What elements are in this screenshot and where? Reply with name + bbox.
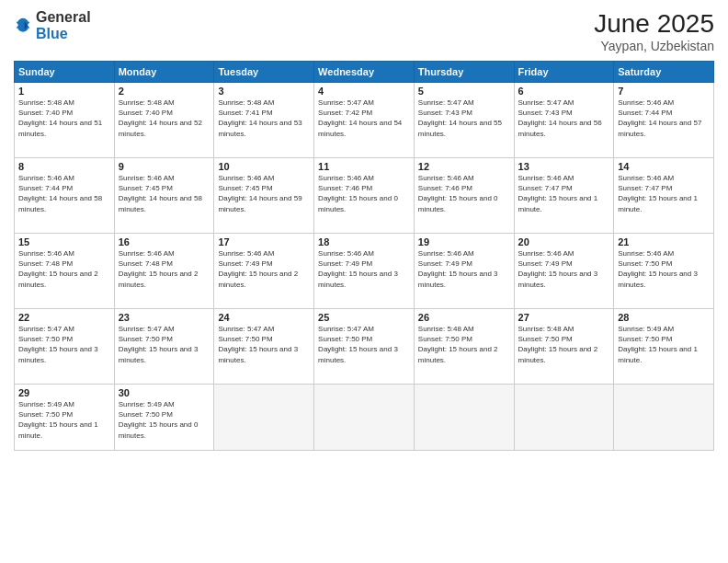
day-info: Sunrise: 5:46 AMSunset: 7:46 PMDaylight:… xyxy=(318,173,410,214)
day-number: 30 xyxy=(119,387,210,398)
cell-28: 28 Sunrise: 5:49 AMSunset: 7:50 PMDaylig… xyxy=(614,309,714,385)
logo-text: General Blue xyxy=(36,9,91,42)
day-number: 18 xyxy=(318,236,410,247)
cell-19: 19 Sunrise: 5:46 AMSunset: 7:49 PMDaylig… xyxy=(414,234,514,309)
day-number: 12 xyxy=(418,161,510,172)
logo-blue: Blue xyxy=(36,26,68,41)
cell-12: 12 Sunrise: 5:46 AMSunset: 7:46 PMDaylig… xyxy=(414,158,514,234)
day-info: Sunrise: 5:46 AMSunset: 7:49 PMDaylight:… xyxy=(318,248,410,290)
cell-3: 3 Sunrise: 5:48 AMSunset: 7:41 PMDayligh… xyxy=(214,83,314,158)
day-info: Sunrise: 5:47 AMSunset: 7:43 PMDaylight:… xyxy=(418,98,510,139)
month-title: June 2025 xyxy=(594,9,714,39)
day-info: Sunrise: 5:46 AMSunset: 7:48 PMDaylight:… xyxy=(18,248,110,290)
day-info: Sunrise: 5:47 AMSunset: 7:50 PMDaylight:… xyxy=(318,324,410,365)
cell-30: 30 Sunrise: 5:49 AMSunset: 7:50 PMDaylig… xyxy=(114,385,214,451)
cell-29: 29 Sunrise: 5:49 AMSunset: 7:50 PMDaylig… xyxy=(15,385,115,451)
day-number: 1 xyxy=(18,86,110,97)
day-info: Sunrise: 5:46 AMSunset: 7:44 PMDaylight:… xyxy=(618,98,710,139)
day-number: 11 xyxy=(318,161,410,172)
empty-cell xyxy=(614,385,714,451)
week-row-4: 22 Sunrise: 5:47 AMSunset: 7:50 PMDaylig… xyxy=(15,309,714,385)
location-subtitle: Yaypan, Uzbekistan xyxy=(594,39,714,53)
day-number: 7 xyxy=(618,86,710,97)
day-info: Sunrise: 5:46 AMSunset: 7:45 PMDaylight:… xyxy=(119,173,210,214)
calendar-header-row: Sunday Monday Tuesday Wednesday Thursday… xyxy=(15,62,714,83)
cell-5: 5 Sunrise: 5:47 AMSunset: 7:43 PMDayligh… xyxy=(414,83,514,158)
week-row-5: 29 Sunrise: 5:49 AMSunset: 7:50 PMDaylig… xyxy=(15,385,714,451)
empty-cell xyxy=(414,385,514,451)
day-number: 28 xyxy=(618,312,710,323)
cell-24: 24 Sunrise: 5:47 AMSunset: 7:50 PMDaylig… xyxy=(214,309,314,385)
empty-cell xyxy=(514,385,614,451)
cell-6: 6 Sunrise: 5:47 AMSunset: 7:43 PMDayligh… xyxy=(514,83,614,158)
col-friday: Friday xyxy=(514,62,614,83)
day-number: 20 xyxy=(518,236,610,247)
page: General Blue June 2025 Yaypan, Uzbekista… xyxy=(0,0,728,563)
cell-1: 1 Sunrise: 5:48 AMSunset: 7:40 PMDayligh… xyxy=(15,83,115,158)
day-info: Sunrise: 5:49 AMSunset: 7:50 PMDaylight:… xyxy=(18,399,110,441)
day-number: 3 xyxy=(218,86,310,97)
day-number: 21 xyxy=(618,236,710,247)
week-row-3: 15 Sunrise: 5:46 AMSunset: 7:48 PMDaylig… xyxy=(15,234,714,309)
logo-icon xyxy=(14,17,32,35)
day-info: Sunrise: 5:48 AMSunset: 7:41 PMDaylight:… xyxy=(218,98,310,139)
day-info: Sunrise: 5:47 AMSunset: 7:50 PMDaylight:… xyxy=(18,324,110,365)
day-info: Sunrise: 5:46 AMSunset: 7:49 PMDaylight:… xyxy=(518,248,610,290)
day-info: Sunrise: 5:46 AMSunset: 7:47 PMDaylight:… xyxy=(518,173,610,214)
cell-26: 26 Sunrise: 5:48 AMSunset: 7:50 PMDaylig… xyxy=(414,309,514,385)
day-number: 17 xyxy=(218,236,310,247)
day-info: Sunrise: 5:47 AMSunset: 7:43 PMDaylight:… xyxy=(518,98,610,139)
day-info: Sunrise: 5:48 AMSunset: 7:50 PMDaylight:… xyxy=(418,324,510,365)
day-number: 26 xyxy=(418,312,510,323)
week-row-2: 8 Sunrise: 5:46 AMSunset: 7:44 PMDayligh… xyxy=(15,158,714,234)
cell-20: 20 Sunrise: 5:46 AMSunset: 7:49 PMDaylig… xyxy=(514,234,614,309)
day-number: 14 xyxy=(618,161,710,172)
day-info: Sunrise: 5:49 AMSunset: 7:50 PMDaylight:… xyxy=(119,399,210,441)
day-number: 9 xyxy=(119,161,210,172)
day-info: Sunrise: 5:46 AMSunset: 7:50 PMDaylight:… xyxy=(618,248,710,290)
day-number: 6 xyxy=(518,86,610,97)
cell-21: 21 Sunrise: 5:46 AMSunset: 7:50 PMDaylig… xyxy=(614,234,714,309)
empty-cell xyxy=(214,385,314,451)
day-number: 23 xyxy=(119,312,210,323)
cell-10: 10 Sunrise: 5:46 AMSunset: 7:45 PMDaylig… xyxy=(214,158,314,234)
day-number: 24 xyxy=(218,312,310,323)
logo-general: General xyxy=(36,9,91,25)
day-info: Sunrise: 5:47 AMSunset: 7:42 PMDaylight:… xyxy=(318,98,410,139)
cell-23: 23 Sunrise: 5:47 AMSunset: 7:50 PMDaylig… xyxy=(114,309,214,385)
day-info: Sunrise: 5:46 AMSunset: 7:44 PMDaylight:… xyxy=(18,173,110,214)
cell-25: 25 Sunrise: 5:47 AMSunset: 7:50 PMDaylig… xyxy=(314,309,415,385)
day-info: Sunrise: 5:47 AMSunset: 7:50 PMDaylight:… xyxy=(218,324,310,365)
col-saturday: Saturday xyxy=(614,62,714,83)
title-block: June 2025 Yaypan, Uzbekistan xyxy=(594,9,714,53)
day-info: Sunrise: 5:48 AMSunset: 7:40 PMDaylight:… xyxy=(18,98,110,139)
cell-22: 22 Sunrise: 5:47 AMSunset: 7:50 PMDaylig… xyxy=(15,309,115,385)
cell-7: 7 Sunrise: 5:46 AMSunset: 7:44 PMDayligh… xyxy=(614,83,714,158)
day-number: 2 xyxy=(119,86,210,97)
col-tuesday: Tuesday xyxy=(214,62,314,83)
cell-27: 27 Sunrise: 5:48 AMSunset: 7:50 PMDaylig… xyxy=(514,309,614,385)
day-info: Sunrise: 5:46 AMSunset: 7:49 PMDaylight:… xyxy=(218,248,310,290)
empty-cell xyxy=(314,385,415,451)
day-info: Sunrise: 5:48 AMSunset: 7:40 PMDaylight:… xyxy=(119,98,210,139)
cell-11: 11 Sunrise: 5:46 AMSunset: 7:46 PMDaylig… xyxy=(314,158,415,234)
col-sunday: Sunday xyxy=(15,62,115,83)
day-number: 13 xyxy=(518,161,610,172)
col-wednesday: Wednesday xyxy=(314,62,415,83)
calendar: Sunday Monday Tuesday Wednesday Thursday… xyxy=(14,61,714,451)
col-thursday: Thursday xyxy=(414,62,514,83)
day-number: 16 xyxy=(119,236,210,247)
cell-13: 13 Sunrise: 5:46 AMSunset: 7:47 PMDaylig… xyxy=(514,158,614,234)
cell-16: 16 Sunrise: 5:46 AMSunset: 7:48 PMDaylig… xyxy=(114,234,214,309)
day-number: 25 xyxy=(318,312,410,323)
cell-14: 14 Sunrise: 5:46 AMSunset: 7:47 PMDaylig… xyxy=(614,158,714,234)
day-number: 27 xyxy=(518,312,610,323)
header: General Blue June 2025 Yaypan, Uzbekista… xyxy=(14,9,714,53)
cell-9: 9 Sunrise: 5:46 AMSunset: 7:45 PMDayligh… xyxy=(114,158,214,234)
cell-8: 8 Sunrise: 5:46 AMSunset: 7:44 PMDayligh… xyxy=(15,158,115,234)
cell-15: 15 Sunrise: 5:46 AMSunset: 7:48 PMDaylig… xyxy=(15,234,115,309)
day-info: Sunrise: 5:49 AMSunset: 7:50 PMDaylight:… xyxy=(618,324,710,365)
cell-18: 18 Sunrise: 5:46 AMSunset: 7:49 PMDaylig… xyxy=(314,234,415,309)
cell-17: 17 Sunrise: 5:46 AMSunset: 7:49 PMDaylig… xyxy=(214,234,314,309)
day-number: 10 xyxy=(218,161,310,172)
